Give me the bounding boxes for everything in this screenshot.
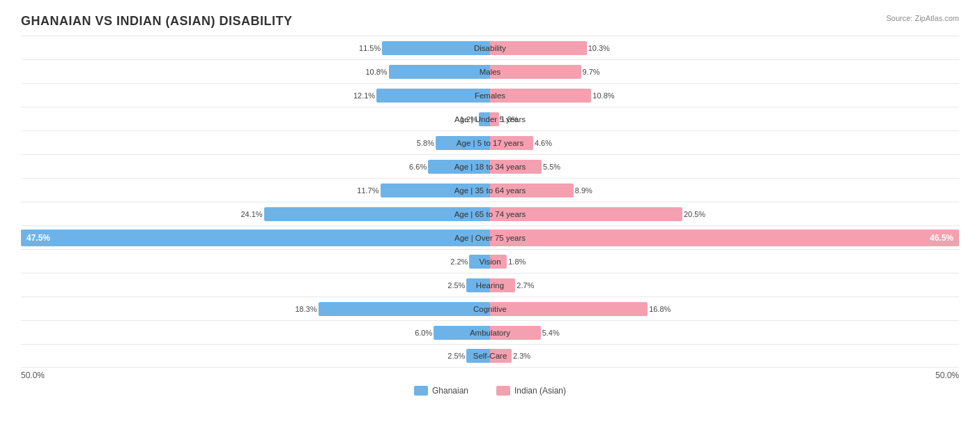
ghanaian-swatch	[414, 386, 428, 396]
bars-container: 5.8%4.6%Age | 5 to 17 years	[21, 134, 959, 152]
value-indian: 5.5%	[543, 163, 560, 171]
chart-row: 11.7%8.9%Age | 35 to 64 years	[21, 178, 959, 202]
chart-row: 2.5%2.3%Self-Care	[21, 344, 959, 368]
value-indian: 5.4%	[542, 329, 560, 337]
row-label: Age | 35 to 64 years	[450, 185, 530, 196]
value-ghanaian: 10.8%	[365, 68, 387, 76]
bars-container: 47.5%46.5%Age | Over 75 years	[21, 229, 959, 247]
bars-container: 11.5%10.3%Disability	[21, 39, 959, 57]
chart-row: 11.5%10.3%Disability	[21, 36, 959, 59]
value-ghanaian: 18.3%	[295, 305, 316, 313]
bar-indian	[490, 302, 648, 316]
bars-container: 11.7%8.9%Age | 35 to 64 years	[21, 181, 959, 200]
row-label: Males	[475, 66, 505, 77]
axis-labels: 50.0% 50.0%	[21, 370, 959, 380]
value-ghanaian: 6.6%	[409, 163, 427, 171]
row-label: Cognitive	[469, 304, 511, 315]
bars-container: 10.8%9.7%Males	[21, 63, 959, 81]
bars-container: 12.1%10.8%Females	[21, 87, 959, 105]
chart-row: 12.1%10.8%Females	[21, 83, 959, 107]
row-label: Disability	[470, 43, 510, 54]
value-indian: 2.3%	[513, 352, 530, 360]
page-title: GHANAIAN VS INDIAN (ASIAN) DISABILITY	[21, 14, 959, 29]
chart-row: 24.1%20.5%Age | 65 to 74 years	[21, 202, 959, 225]
row-label: Age | 18 to 34 years	[450, 161, 530, 172]
chart-row: 2.5%2.7%Hearing	[21, 273, 959, 297]
bar-indian: 46.5%	[490, 230, 959, 246]
row-label: Females	[470, 90, 510, 101]
indian-label: Indian (Asian)	[514, 386, 566, 396]
value-indian: 1.8%	[508, 257, 526, 266]
row-label: Age | 5 to 17 years	[452, 137, 528, 149]
chart-area: 11.5%10.3%Disability10.8%9.7%Males12.1%1…	[21, 36, 959, 368]
chart-row: 2.2%1.8%Vision	[21, 249, 959, 273]
chart-row: 5.8%4.6%Age | 5 to 17 years	[21, 130, 959, 154]
legend-indian: Indian (Asian)	[496, 386, 566, 396]
source-label: Source: ZipAtlas.com	[886, 14, 959, 22]
bars-container: 18.3%16.8%Cognitive	[21, 300, 959, 318]
bars-container: 2.2%1.8%Vision	[21, 253, 959, 271]
chart-row: 47.5%46.5%Age | Over 75 years	[21, 225, 959, 249]
legend-ghanaian: Ghanaian	[414, 386, 468, 396]
legend: Ghanaian Indian (Asian)	[21, 386, 959, 396]
chart-row: 18.3%16.8%Cognitive	[21, 297, 959, 320]
bars-container: 1.2%1.0%Age | Under 5 years	[21, 110, 959, 128]
value-indian: 2.7%	[516, 281, 534, 290]
value-indian: 10.3%	[588, 44, 610, 52]
row-label: Self-Care	[469, 350, 512, 361]
bars-container: 6.6%5.5%Age | 18 to 34 years	[21, 158, 959, 176]
value-indian: 20.5%	[684, 210, 705, 218]
row-label: Vision	[475, 256, 505, 267]
value-ghanaian: 11.5%	[359, 44, 381, 52]
row-label: Age | Under 5 years	[450, 114, 530, 125]
bars-container: 24.1%20.5%Age | 65 to 74 years	[21, 205, 959, 223]
row-label: Hearing	[472, 280, 508, 291]
axis-right: 50.0%	[935, 370, 959, 380]
value-ghanaian: 5.8%	[417, 139, 434, 147]
chart-row: 6.0%5.4%Ambulatory	[21, 320, 959, 344]
value-indian: 16.8%	[649, 305, 671, 313]
bar-ghanaian	[319, 302, 490, 316]
ghanaian-label: Ghanaian	[432, 386, 468, 396]
chart-row: 10.8%9.7%Males	[21, 59, 959, 83]
bars-container: 6.0%5.4%Ambulatory	[21, 324, 959, 342]
row-label: Ambulatory	[466, 327, 514, 338]
bar-ghanaian: 47.5%	[21, 230, 490, 246]
value-ghanaian: 6.0%	[415, 329, 432, 337]
chart-row: 1.2%1.0%Age | Under 5 years	[21, 107, 959, 130]
value-ghanaian: 2.2%	[450, 257, 468, 266]
value-ghanaian: 11.7%	[357, 186, 378, 195]
indian-swatch	[496, 386, 510, 396]
bars-container: 2.5%2.7%Hearing	[21, 276, 959, 294]
value-indian: 8.9%	[575, 186, 592, 195]
axis-left: 50.0%	[21, 370, 45, 380]
value-indian: 9.7%	[583, 68, 600, 76]
value-ghanaian: 24.1%	[240, 210, 262, 218]
value-indian: 10.8%	[592, 91, 614, 100]
value-ghanaian: 12.1%	[353, 91, 375, 100]
row-label: Age | 65 to 74 years	[450, 209, 530, 220]
row-label: Age | Over 75 years	[450, 232, 530, 244]
bars-container: 2.5%2.3%Self-Care	[21, 347, 959, 365]
value-ghanaian: 2.5%	[447, 352, 465, 360]
value-ghanaian: 2.5%	[447, 281, 465, 290]
value-indian: 4.6%	[535, 139, 552, 147]
chart-row: 6.6%5.5%Age | 18 to 34 years	[21, 154, 959, 178]
